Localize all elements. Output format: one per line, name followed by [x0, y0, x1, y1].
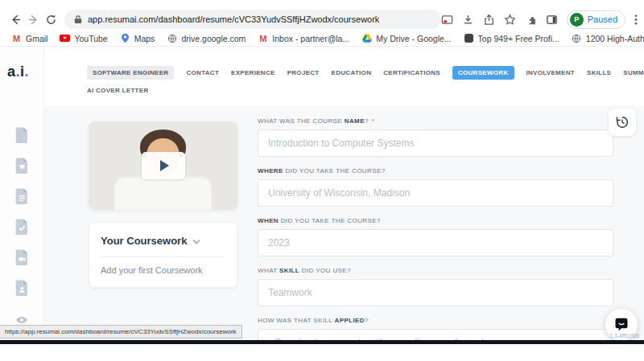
bookmark-drive-site[interactable]: drive.google.com: [167, 34, 246, 43]
bookmark-label: Inbox - partner@la...: [272, 34, 349, 43]
course-name-input[interactable]: [258, 129, 613, 157]
google-drive-icon: [361, 34, 372, 43]
tab-certifications[interactable]: CERTIFICATIONS: [383, 66, 440, 80]
document-check-icon[interactable]: [14, 218, 30, 239]
bookmark-1200-high-authority[interactable]: 1200 High-Authorit...: [572, 34, 644, 43]
label-text: DID YOU TAKE THE COURSE?: [283, 167, 386, 174]
course-skill-label: WHAT SKILL DID YOU USE?: [258, 267, 613, 274]
course-name-label: WHAT WAS THE COURSE NAME?*: [258, 117, 613, 125]
url-text[interactable]: app.resumai.com/dashboard/resume/cVC33Yu…: [88, 14, 379, 24]
tab-ai-cover-letter[interactable]: AI COVER LETTER: [87, 84, 149, 97]
skill-applied-textarea[interactable]: [258, 329, 613, 340]
course-where-input[interactable]: [258, 179, 613, 207]
globe-icon: [167, 34, 177, 43]
tab-skills[interactable]: SKILLS: [587, 66, 611, 80]
logo-letter-a: a: [7, 64, 16, 80]
tab-involvement[interactable]: INVOLVEMENT: [526, 66, 576, 80]
resumai-app: a.i. SOFTWARE ENGINEER CONTACT EXPERIENC…: [0, 47, 644, 340]
label-text: ?: [365, 317, 369, 324]
bookmark-label: 1200 High-Authorit...: [586, 34, 644, 43]
dark-favicon-icon: [464, 34, 474, 43]
document-person-icon[interactable]: [14, 279, 30, 300]
app-version-label: 1.3-4ff1cf2d: [609, 333, 639, 338]
install-icon[interactable]: [462, 14, 474, 26]
course-skill-input[interactable]: [258, 279, 613, 306]
chat-bubble-icon: [613, 317, 630, 333]
tab-software-engineer[interactable]: SOFTWARE ENGINEER: [87, 66, 174, 80]
bookmark-label: Top 949+ Free Profi...: [478, 34, 559, 43]
bookmark-maps[interactable]: Maps: [120, 33, 155, 43]
play-icon: [160, 160, 169, 171]
maps-pin-icon: [120, 33, 130, 43]
lock-icon: [74, 14, 82, 24]
bookmark-label: Maps: [134, 34, 155, 43]
label-text: HOW WAS THAT SKILL: [258, 317, 334, 324]
document-lines-icon[interactable]: [14, 187, 30, 208]
forward-icon[interactable]: [24, 10, 42, 28]
tab-coursework[interactable]: COURSEWORK: [452, 66, 514, 80]
bookmark-inbox[interactable]: M Inbox - partner@la...: [258, 34, 349, 43]
menu-kebab-icon[interactable]: [634, 14, 638, 26]
address-bar[interactable]: app.resumai.com/dashboard/resume/cVC33Yu…: [64, 10, 441, 29]
bookmark-my-drive[interactable]: My Drive - Google...: [361, 34, 451, 43]
course-when-label: WHEN DID YOU TAKE THE COURSE?: [258, 217, 613, 224]
globe-icon: [572, 34, 582, 43]
share-icon[interactable]: [483, 14, 495, 26]
profile-avatar: P: [570, 13, 584, 27]
bookmark-star-icon[interactable]: [504, 14, 516, 26]
profile-badge[interactable]: P Paused: [567, 10, 625, 29]
app-sidebar: [0, 47, 44, 340]
skill-applied-label: HOW WAS THAT SKILL APPLIED?: [258, 317, 613, 324]
divider: [101, 256, 225, 257]
tab-education[interactable]: EDUCATION: [332, 66, 372, 80]
required-asterisk: *: [372, 117, 375, 125]
tab-project[interactable]: PROJECT: [287, 66, 320, 80]
label-text: DID YOU TAKE THE COURSE?: [279, 217, 381, 224]
extensions-icon[interactable]: [525, 14, 537, 26]
toolbar-actions: P Paused: [441, 10, 644, 29]
reload-icon[interactable]: [42, 10, 60, 28]
browser-window: app.resumai.com/dashboard/resume/cVC33Yu…: [0, 0, 644, 361]
label-text: WHAT WAS THE COURSE: [258, 117, 345, 125]
app-logo[interactable]: a.i.: [7, 64, 29, 80]
tab-contact[interactable]: CONTACT: [186, 66, 219, 80]
label-text: DID YOU USE?: [299, 267, 351, 274]
course-when-input[interactable]: [258, 229, 613, 256]
bookmark-label: drive.google.com: [181, 34, 246, 43]
tab-experience[interactable]: EXPERIENCE: [231, 66, 275, 80]
gmail-icon: M: [258, 34, 268, 43]
chevron-down-icon[interactable]: [192, 233, 200, 248]
add-first-coursework-link[interactable]: Add your first Coursework: [101, 265, 225, 275]
tutorial-video-card[interactable]: [89, 121, 237, 210]
coursework-panel-header[interactable]: Your Coursework: [101, 233, 225, 248]
tab-alert-icon[interactable]: [441, 14, 453, 26]
bookmark-gmail[interactable]: M Gmail: [11, 34, 47, 43]
document-icon[interactable]: [14, 126, 30, 147]
label-bold: SKILL: [279, 267, 299, 274]
bookmark-youtube[interactable]: YouTube: [60, 34, 107, 43]
bookmarks-bar: M Gmail YouTube Maps drive.google.com M …: [0, 31, 644, 47]
course-where-label: WHERE DID YOU TAKE THE COURSE?: [258, 167, 613, 174]
label-text: ?: [365, 117, 369, 125]
label-bold: APPLIED: [334, 317, 364, 324]
play-button[interactable]: [142, 152, 185, 179]
history-restore-button[interactable]: [609, 109, 636, 136]
tab-summary[interactable]: SUMMARY: [623, 66, 644, 80]
bookmark-top949[interactable]: Top 949+ Free Profi...: [464, 34, 559, 43]
coursework-form: WHAT WAS THE COURSE NAME?* WHERE DID YOU…: [258, 117, 613, 340]
window-bottom-edge: [0, 340, 644, 344]
person-shirt: [114, 176, 212, 210]
document-heart-icon[interactable]: [14, 157, 30, 178]
coursework-panel: Your Coursework Add your first Coursewor…: [89, 222, 237, 288]
side-panel-icon[interactable]: [546, 14, 558, 26]
coursework-panel-title: Your Coursework: [101, 235, 187, 247]
document-video-icon[interactable]: [14, 248, 30, 269]
label-text: WHAT: [258, 267, 279, 274]
logo-dot-pink: .: [25, 64, 30, 80]
history-icon: [615, 115, 630, 129]
bookmark-label: Gmail: [26, 34, 47, 43]
gmail-icon: M: [11, 34, 22, 43]
bookmark-label: YouTube: [74, 34, 107, 43]
back-icon[interactable]: [6, 10, 24, 28]
youtube-icon: [60, 35, 70, 42]
